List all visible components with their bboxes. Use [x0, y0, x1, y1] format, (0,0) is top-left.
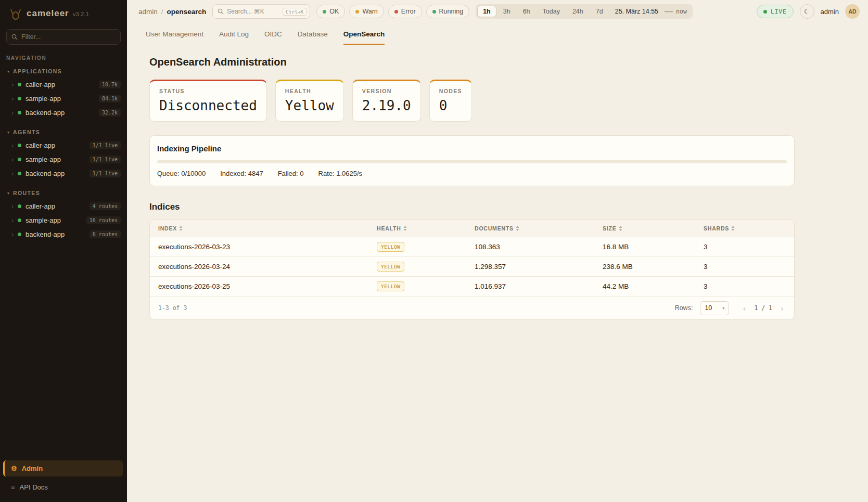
sort-icon [403, 226, 407, 231]
avatar[interactable]: AD [845, 4, 860, 19]
stat-card-version: VERSION 2.19.0 [352, 80, 421, 122]
tab-user-management[interactable]: User Management [146, 30, 203, 45]
breadcrumb-admin[interactable]: admin [138, 8, 158, 16]
indices-table: INDEX HEALTH DOCUMENTS SIZE SHARDS [149, 220, 795, 320]
sidebar-item-badge: 32.2k [99, 109, 121, 117]
shards-count: 3 [695, 263, 794, 271]
status-dot [18, 111, 21, 114]
sidebar-item-api-docs[interactable]: ≡ API Docs [5, 480, 123, 495]
filter-input[interactable] [21, 33, 116, 41]
ok-status-dot [323, 10, 326, 14]
dark-mode-toggle[interactable]: ☾ [800, 4, 814, 19]
brand-name: cameleer [27, 8, 69, 19]
section-header-agents[interactable]: ▾ AGENTS [0, 127, 127, 138]
sidebar-item-badge: 84.1k [99, 95, 121, 102]
sidebar-item-label: caller-app [25, 141, 55, 149]
sort-icon [179, 226, 183, 231]
sidebar-filter-box[interactable] [6, 29, 121, 45]
sidebar-item-backend-app-routes[interactable]: › backend-app 6 routes [0, 227, 127, 241]
range-24h[interactable]: 24h [567, 6, 589, 17]
health-badge: YELLOW [377, 262, 404, 272]
global-search-box[interactable]: Ctrl+K [212, 4, 310, 19]
filter-warn[interactable]: Warn [349, 5, 384, 18]
pipeline-progress-bar [157, 160, 787, 163]
column-label: HEALTH [377, 225, 401, 231]
sidebar-item-caller-app-routes[interactable]: › caller-app 4 routes [0, 199, 127, 213]
tab-database[interactable]: Database [298, 30, 328, 45]
tab-oidc[interactable]: OIDC [264, 30, 282, 45]
health-badge: YELLOW [377, 281, 404, 291]
range-7d[interactable]: 7d [590, 6, 609, 17]
index-size: 44.2 MB [594, 282, 695, 290]
stat-value: Yellow [285, 98, 334, 113]
sidebar-item-label: sample-app [25, 156, 61, 163]
keyboard-shortcut-badge: Ctrl+K [283, 8, 307, 16]
range-today[interactable]: Today [537, 6, 566, 17]
column-label: INDEX [158, 225, 177, 231]
sidebar-item-admin[interactable]: ⚙ Admin [3, 460, 123, 477]
range-6h[interactable]: 6h [517, 6, 536, 17]
filter-label: Warn [362, 8, 377, 15]
table-row[interactable]: executions-2026-03-24 YELLOW 1.298.357 2… [150, 257, 794, 277]
table-row[interactable]: executions-2026-03-25 YELLOW 1.016.937 4… [150, 277, 794, 297]
column-header-index[interactable]: INDEX [150, 225, 368, 231]
sidebar-item-backend-app[interactable]: › backend-app 32.2k [0, 106, 127, 120]
pipeline-stat-indexed: Indexed: 4847 [220, 170, 263, 177]
prev-page-button[interactable]: ‹ [739, 304, 749, 313]
index-size: 16.8 MB [594, 243, 695, 251]
topbar-right: LIVE ☾ admin AD [757, 4, 860, 19]
rows-per-page-select[interactable]: 10 ▾ [700, 301, 729, 315]
nav-section-agents: ▾ AGENTS › caller-app 1/1 live › sample-… [0, 127, 127, 181]
gear-icon: ⚙ [11, 465, 17, 472]
table-footer-right: Rows: 10 ▾ ‹ 1 / 1 › [675, 301, 787, 315]
column-header-documents[interactable]: DOCUMENTS [466, 225, 594, 231]
filter-running[interactable]: Running [426, 5, 470, 18]
status-dot [18, 204, 21, 208]
moon-icon: ☾ [804, 8, 810, 16]
indexing-pipeline-card: Indexing Pipeline Queue: 0/10000 Indexed… [149, 135, 795, 186]
filter-label: Error [401, 8, 416, 15]
section-header-routes[interactable]: ▾ ROUTES [0, 188, 127, 199]
status-dot [18, 144, 21, 147]
column-header-health[interactable]: HEALTH [368, 225, 466, 231]
sidebar-item-sample-app[interactable]: › sample-app 84.1k [0, 92, 127, 106]
column-header-size[interactable]: SIZE [594, 225, 695, 231]
caret-down-icon: ▾ [7, 191, 9, 196]
live-status-dot [763, 10, 767, 14]
sidebar-item-label: caller-app [25, 81, 55, 88]
app-version: v3.2.1 [73, 11, 89, 17]
table-row[interactable]: executions-2026-03-23 YELLOW 108.363 16.… [150, 237, 794, 257]
section-header-applications[interactable]: ▾ APPLICATIONS [0, 66, 127, 78]
chevron-right-icon: › [11, 231, 14, 238]
sidebar-item-label: caller-app [25, 202, 55, 210]
sidebar-item-sample-app-routes[interactable]: › sample-app 16 routes [0, 213, 127, 227]
tab-audit-log[interactable]: Audit Log [219, 30, 249, 45]
sidebar-item-label: sample-app [25, 216, 61, 224]
column-header-shards[interactable]: SHARDS [695, 225, 794, 231]
sidebar-item-caller-app[interactable]: › caller-app 10.7k [0, 78, 127, 92]
status-dot [18, 97, 21, 100]
pipeline-stats: Queue: 0/10000 Indexed: 4847 Failed: 0 R… [157, 170, 787, 177]
logo: cameleer v3.2.1 [0, 0, 127, 28]
next-page-button[interactable]: › [777, 304, 787, 313]
filter-ok[interactable]: OK [316, 5, 345, 18]
datetime-display[interactable]: 25. März 14:55 [615, 8, 658, 15]
warn-status-dot [355, 10, 359, 14]
sidebar-item-sample-app-agent[interactable]: › sample-app 1/1 live [0, 152, 127, 166]
sidebar: cameleer v3.2.1 NAVIGATION ▾ APPLICATION… [0, 0, 127, 502]
now-label[interactable]: now [676, 8, 687, 15]
chevron-right-icon: › [11, 203, 14, 210]
live-indicator[interactable]: LIVE [757, 5, 794, 18]
sort-icon [731, 226, 735, 231]
filter-error[interactable]: Error [388, 5, 422, 18]
sidebar-item-caller-app-agent[interactable]: › caller-app 1/1 live [0, 138, 127, 152]
sidebar-item-backend-app-agent[interactable]: › backend-app 1/1 live [0, 166, 127, 181]
range-1h[interactable]: 1h [477, 6, 496, 17]
tab-opensearch[interactable]: OpenSearch [343, 30, 385, 45]
stat-value: Disconnected [159, 98, 257, 113]
index-name: executions-2026-03-25 [150, 282, 368, 290]
breadcrumb-current: opensearch [167, 8, 207, 16]
range-3h[interactable]: 3h [497, 6, 516, 17]
global-search-input[interactable] [227, 8, 279, 15]
pagination: ‹ 1 / 1 › [739, 304, 787, 313]
